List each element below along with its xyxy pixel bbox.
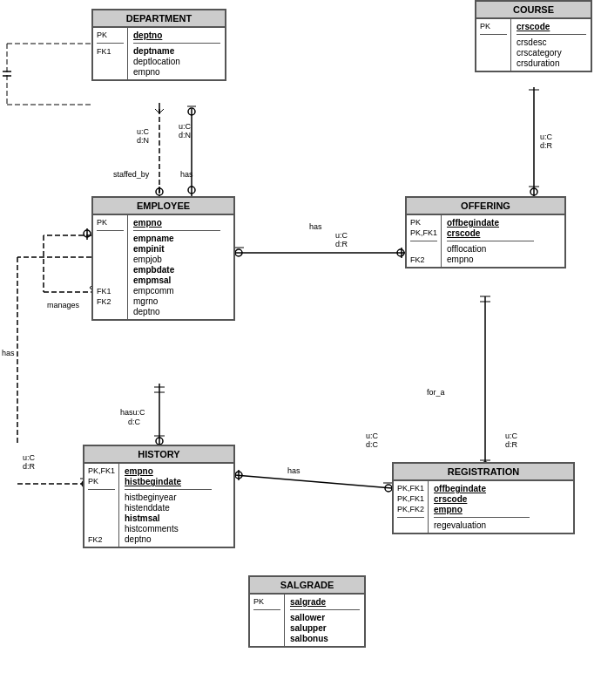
off-crscode: crscode [447, 228, 534, 238]
dn-dept-label: d:N [137, 136, 149, 145]
svg-point-33 [397, 249, 404, 256]
offering-entity: OFFERING PK PK,FK1 FK2 offbegindate crsc… [405, 196, 566, 268]
dr-course-off: d:R [540, 141, 552, 150]
off-pkfk1-label: PK,FK1 [410, 228, 437, 237]
emp-mgrno: mgrno [133, 296, 220, 306]
dc-off-reg: d:C [366, 440, 378, 449]
salgrade-title: SALGRADE [250, 577, 364, 595]
reg-offbegindate: offbegindate [434, 484, 530, 493]
offering-title: OFFERING [407, 198, 564, 215]
department-entity: DEPARTMENT PK FK1 deptno deptname deptlo… [91, 9, 226, 81]
registration-title: REGISTRATION [394, 464, 573, 481]
registration-attrs: offbegindate crscode empno regevaluation [429, 481, 535, 533]
registration-entity: REGISTRATION PK,FK1 PK,FK1 PK,FK2 offbeg… [392, 462, 575, 534]
hist-empno: empno [125, 466, 212, 476]
dept-deptno: deptno [133, 31, 220, 40]
off-fk2-label: FK2 [410, 255, 437, 264]
dept-pk-label: PK [97, 31, 124, 39]
diagram-container: DEPARTMENT PK FK1 deptno deptname deptlo… [0, 0, 601, 700]
emp-spacer5 [97, 276, 124, 285]
sal-sallower: sallower [290, 613, 360, 622]
dr-emp-off: d:R [335, 240, 348, 248]
dn-dept2-label: d:N [179, 131, 191, 139]
sal-salupper: salupper [290, 623, 360, 633]
course-crsduration: crsduration [517, 58, 586, 68]
dept-empno: empno [133, 67, 220, 77]
hist-histbegindate: histbegindate [125, 477, 212, 486]
hist-pkfk1-label: PK,FK1 [88, 466, 115, 475]
reg-pkfk1b-label: PK,FK1 [397, 494, 424, 503]
employee-attrs: empno empname empinit empjob empbdate em… [128, 215, 226, 319]
off-offbegindate: offbegindate [447, 218, 534, 228]
uc-dept-label: u:C [137, 127, 149, 136]
sal-salbonus: salbonus [290, 634, 360, 643]
course-crscode: crscode [517, 22, 586, 31]
emp-fk1-label: FK1 [97, 287, 124, 296]
hist-spacer3 [88, 514, 115, 523]
emp-spacer3 [97, 255, 124, 264]
for-a-label: for_a [427, 388, 445, 397]
dept-deptname: deptname [133, 46, 220, 56]
has-emp-off-label: has [309, 222, 322, 231]
reg-pkfk1a-label: PK,FK1 [397, 484, 424, 493]
emp-empinit: empinit [133, 244, 220, 254]
staffed-by-label: staffed_by [113, 170, 149, 179]
svg-line-21 [155, 109, 159, 113]
salgrade-entity: SALGRADE PK salgrade sallower salupper s… [248, 575, 366, 648]
emp-empmsal: empmsal [133, 275, 220, 285]
uc-emp-off: u:C [335, 231, 348, 240]
history-entity: HISTORY PK,FK1 PK FK2 empno histbegindat… [83, 445, 235, 548]
reg-spacer [397, 521, 424, 530]
uc-dept2-label: u:C [179, 122, 191, 131]
department-keys: PK FK1 [93, 28, 128, 79]
registration-keys: PK,FK1 PK,FK1 PK,FK2 [394, 481, 429, 533]
reg-pkfk2-label: PK,FK2 [397, 505, 424, 513]
course-pk-label: PK [480, 22, 507, 31]
history-attrs: empno histbegindate histbeginyear histen… [119, 464, 217, 547]
hist-deptno: deptno [125, 534, 212, 544]
off-spacer [410, 245, 437, 254]
hist-spacer2 [88, 504, 115, 513]
emp-pk-label: PK [97, 218, 124, 227]
svg-point-24 [188, 108, 195, 115]
employee-entity: EMPLOYEE PK FK1 FK2 empno empname empini… [91, 196, 235, 321]
course-keys: PK [476, 19, 511, 71]
has-dept-emp-label: has [180, 170, 193, 179]
has-hist-reg-label: has [287, 466, 300, 475]
uc-off-reg2: u:C [505, 432, 517, 440]
employee-title: EMPLOYEE [93, 198, 233, 215]
svg-point-34 [530, 188, 537, 195]
hist-histcomments: histcomments [125, 524, 212, 533]
svg-point-47 [385, 485, 392, 492]
dr-off-reg2: d:R [505, 440, 517, 449]
manages-label: manages [47, 301, 79, 309]
off-pk-label: PK [410, 218, 437, 227]
emp-empcomm: empcomm [133, 286, 220, 296]
offering-keys: PK PK,FK1 FK2 [407, 215, 442, 267]
hist-histenddate: histenddate [125, 503, 212, 513]
emp-fk2-label: FK2 [97, 297, 124, 306]
emp-empname: empname [133, 234, 220, 243]
uc-course-off: u:C [540, 133, 552, 141]
has-left-label: has [2, 349, 15, 357]
course-crsdesc: crsdesc [517, 37, 586, 47]
hist-histbeginyear: histbeginyear [125, 493, 212, 502]
hist-spacer1 [88, 493, 115, 502]
offering-attrs: offbegindate crscode offlocation empno [442, 215, 539, 267]
dc-hist-label: d:C [128, 418, 140, 426]
emp-spacer2 [97, 245, 124, 254]
dr-left-hist: d:R [23, 462, 35, 471]
sal-pk-label: PK [253, 597, 280, 606]
emp-empbdate: empbdate [133, 265, 220, 275]
reg-regevaluation: regevaluation [434, 520, 530, 530]
emp-empno: empno [133, 218, 220, 228]
course-attrs: crscode crsdesc crscategory crsduration [511, 19, 591, 71]
uc-off-reg: u:C [366, 432, 378, 440]
hist-histmsal: histmsal [125, 513, 212, 523]
emp-deptno: deptno [133, 307, 220, 316]
course-entity: COURSE PK crscode crsdesc crscategory cr… [475, 0, 592, 72]
off-empno: empno [447, 255, 534, 264]
svg-line-22 [159, 109, 164, 113]
svg-point-20 [188, 187, 195, 194]
svg-point-28 [84, 230, 91, 237]
